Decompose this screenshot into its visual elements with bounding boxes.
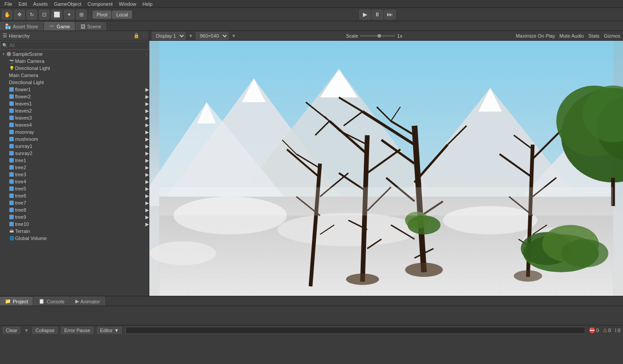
hierarchy-item-leaves4[interactable]: leaves4▶ (0, 121, 149, 128)
hierarchy-item-terrain[interactable]: 🏔Terrain (0, 228, 149, 235)
scale-bar: Scale 1x (346, 33, 402, 39)
maximize-on-play-label[interactable]: Maximize On Play (516, 33, 555, 39)
editor-btn[interactable]: Editor ▼ (97, 327, 122, 334)
hierarchy-item-directional-light[interactable]: 💡 Directional Light (0, 65, 149, 72)
scene-options[interactable]: ⋮ (144, 52, 149, 57)
cube-icon (9, 101, 14, 106)
cube-icon (9, 136, 14, 142)
hierarchy-item-sunray2[interactable]: sunray2▶ (0, 150, 149, 157)
info-badge[interactable]: ℹ 0 (615, 327, 620, 333)
hierarchy-item-leaves3[interactable]: leaves3▶ (0, 114, 149, 121)
hierarchy-item-tree9[interactable]: tree9▶ (0, 213, 149, 221)
scale-slider[interactable] (360, 35, 395, 37)
search-input[interactable] (9, 43, 147, 48)
scale-label: Scale (346, 33, 358, 39)
clear-dropdown-icon[interactable]: ▼ (24, 328, 29, 333)
search-icon: 🔍 (2, 43, 8, 48)
hierarchy-item-tree3[interactable]: tree3▶ (0, 171, 149, 178)
hierarchy-lock-icon[interactable]: 🔒 (133, 33, 140, 39)
hand-tool-btn[interactable]: ✋ (2, 10, 12, 19)
svg-point-73 (561, 239, 608, 267)
tab-scene[interactable]: 🖼 Scene (76, 22, 106, 31)
display-select[interactable]: Display 1 (152, 32, 186, 40)
hierarchy-item-flower2[interactable]: flower2▶ (0, 93, 149, 100)
console-search-input[interactable] (125, 327, 585, 334)
hierarchy-item-directional-light[interactable]: Directional Light (0, 79, 149, 86)
tab-game[interactable]: 🎮 Game (44, 22, 75, 31)
clear-btn[interactable]: Clear (3, 327, 20, 334)
warning-badge[interactable]: ⚠ 0 (603, 327, 611, 333)
hierarchy-item-global-volume[interactable]: 🌐Global Volume (0, 235, 149, 242)
transform-tool-btn[interactable]: ✦ (64, 10, 74, 19)
scene-root-item[interactable]: ▼ SampleScene ⋮ (0, 50, 149, 58)
game-viewport[interactable] (149, 41, 623, 296)
main-layout: ☰ Hierarchy 🔒 ⋮ 🔍 ▼ SampleScene ⋮ (0, 31, 623, 296)
play-controls: ▶ ⏸ ⏭ (359, 10, 396, 19)
hierarchy-item-tree6[interactable]: tree6▶ (0, 192, 149, 199)
hierarchy-item-mushroom[interactable]: mushroom▶ (0, 136, 149, 143)
terrain-icon: 🏔 (9, 228, 14, 234)
hierarchy-item-tree8[interactable]: tree8▶ (0, 206, 149, 213)
scale-tool-btn[interactable]: ⊡ (39, 10, 50, 19)
move-tool-btn[interactable]: ✥ (14, 10, 25, 19)
bottom-section: 📁 Project 📋 Console ▶ Animator Clear ▼ C… (0, 296, 623, 335)
game-top-controls: Maximize On Play Mute Audio Stats Gizmos (516, 33, 620, 39)
error-badge[interactable]: ⛔ 0 (589, 327, 599, 333)
menu-component[interactable]: Component (85, 0, 115, 8)
asset-store-icon: 🏪 (5, 23, 11, 29)
item-arrow: ▶ (145, 108, 149, 114)
local-btn[interactable]: Local (112, 11, 132, 19)
item-arrow: ▶ (145, 172, 149, 178)
hierarchy-item-main-camera[interactable]: 📷 Main Camera (0, 58, 149, 65)
hierarchy-item-tree7[interactable]: tree7▶ (0, 199, 149, 206)
bottom-content (0, 306, 623, 325)
rotate-tool-btn[interactable]: ↻ (27, 10, 37, 19)
hierarchy-item-tree2[interactable]: tree2▶ (0, 164, 149, 171)
step-btn[interactable]: ⏭ (384, 10, 396, 19)
error-pause-btn[interactable]: Error Pause (61, 327, 93, 334)
hierarchy-item-tree10[interactable]: tree10▶ (0, 221, 149, 228)
tab-animator[interactable]: ▶ Animator (70, 297, 105, 306)
menu-gameobject[interactable]: GameObject (51, 0, 84, 8)
cube-icon (9, 172, 14, 177)
item-arrow: ▶ (145, 214, 149, 220)
hierarchy-item-flower1[interactable]: flower1▶ (0, 86, 149, 93)
item-arrow: ▶ (145, 179, 149, 185)
stats-label[interactable]: Stats (588, 33, 600, 39)
cube-icon (9, 108, 14, 113)
menu-assets[interactable]: Assets (31, 0, 51, 8)
menu-window[interactable]: Window (116, 0, 139, 8)
hierarchy-item-leaves2[interactable]: leaves2▶ (0, 107, 149, 114)
item-arrow: ▶ (145, 87, 149, 93)
hierarchy-tree: ▼ SampleScene ⋮ 📷 Main Camera 💡 Directio… (0, 50, 149, 296)
custom-tool-btn[interactable]: ⊞ (76, 10, 87, 19)
hierarchy-item-moonray[interactable]: moonray▶ (0, 128, 149, 136)
hierarchy-item-tree5[interactable]: tree5▶ (0, 185, 149, 192)
hierarchy-item-tree1[interactable]: tree1▶ (0, 157, 149, 164)
hierarchy-item-main-camera[interactable]: Main Camera (0, 72, 149, 79)
cube-icon (9, 158, 14, 163)
hierarchy-panel: ☰ Hierarchy 🔒 ⋮ 🔍 ▼ SampleScene ⋮ (0, 31, 149, 296)
pivot-btn[interactable]: Pivot (93, 11, 111, 19)
tab-console[interactable]: 📋 Console (34, 297, 69, 306)
tab-asset-store[interactable]: 🏪 Asset Store (0, 22, 43, 31)
mute-audio-label[interactable]: Mute Audio (560, 33, 584, 39)
menu-edit[interactable]: Edit (16, 0, 30, 8)
pause-btn[interactable]: ⏸ (372, 10, 383, 19)
item-arrow: ▶ (145, 122, 149, 128)
hierarchy-more-icon[interactable]: ⋮ (141, 33, 146, 39)
rect-tool-btn[interactable]: ⬜ (51, 10, 62, 19)
menu-file[interactable]: File (2, 0, 15, 8)
cube-icon (9, 214, 14, 220)
gizmos-label[interactable]: Gizmos (604, 33, 620, 39)
play-btn[interactable]: ▶ (359, 10, 371, 19)
hierarchy-item-leaves1[interactable]: leaves1▶ (0, 100, 149, 107)
hierarchy-item-tree4[interactable]: tree4▶ (0, 178, 149, 185)
display-bar: Display 1 ▼ 960×540 ▼ Scale 1x Maximize … (149, 31, 623, 41)
menu-help[interactable]: Help (140, 0, 155, 8)
tab-project[interactable]: 📁 Project (0, 297, 33, 306)
collapse-btn[interactable]: Collapse (32, 327, 58, 334)
hierarchy-item-sunray1[interactable]: sunray1▶ (0, 143, 149, 150)
resolution-select[interactable]: 960×540 (196, 32, 229, 40)
item-arrow: ▶ (145, 193, 149, 199)
